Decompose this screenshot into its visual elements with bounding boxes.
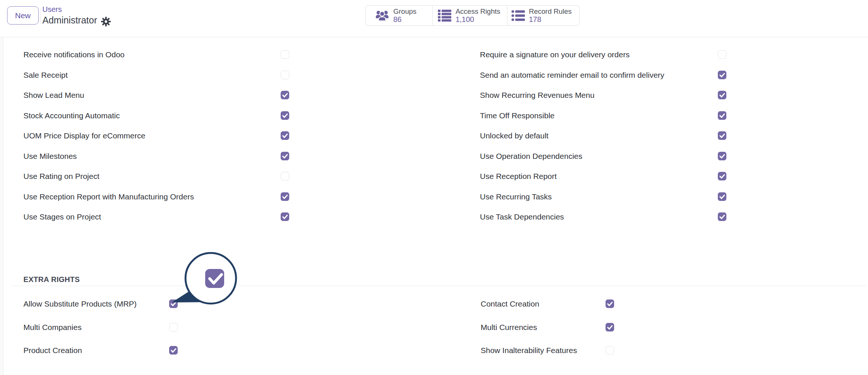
setting-label: Use Operation Dependencies xyxy=(480,152,583,161)
header-divider xyxy=(40,8,41,24)
settings-row: Unlocked by default xyxy=(0,131,868,140)
settings-row: Send an automatic reminder email to conf… xyxy=(0,71,868,79)
checkbox-checked[interactable] xyxy=(606,299,614,308)
setting-label: Show Inalterability Features xyxy=(481,346,577,355)
checkbox-checked[interactable] xyxy=(718,192,726,201)
stat-button-access-rights[interactable]: Access Rights 1,100 xyxy=(432,6,507,25)
setting-label: Contact Creation xyxy=(481,299,539,308)
setting-label: Use Recurring Tasks xyxy=(480,192,552,201)
stat-value: 178 xyxy=(529,15,572,23)
section-title-extra-rights: EXTRA RIGHTS xyxy=(23,275,80,284)
checkbox-unchecked[interactable] xyxy=(606,346,614,355)
settings-row: Use Operation Dependencies xyxy=(0,152,868,160)
stat-value: 86 xyxy=(393,15,416,23)
new-button[interactable]: New xyxy=(7,6,39,25)
checkbox-checked[interactable] xyxy=(718,111,726,120)
setting-label: Use Reception Report xyxy=(480,172,557,181)
stat-button-groups[interactable]: Groups 86 xyxy=(366,6,432,25)
settings-row: Use Task Dependencies xyxy=(0,212,868,221)
users-form-page: New Users Administrator xyxy=(0,0,868,375)
stat-label: Access Rights xyxy=(455,7,500,15)
checkbox-checked[interactable] xyxy=(718,91,726,99)
callout-pointer xyxy=(172,279,214,302)
settings-row: Multi Currencies xyxy=(0,323,868,331)
breadcrumb-users[interactable]: Users xyxy=(42,5,62,14)
stat-button-group: Groups 86 xyxy=(365,5,580,26)
section-divider xyxy=(11,286,866,286)
settings-row: Use Reception Report xyxy=(0,172,868,180)
setting-label: Require a signature on your delivery ord… xyxy=(480,50,630,59)
setting-label: Unlocked by default xyxy=(480,131,548,140)
list-squares-icon xyxy=(438,9,452,22)
stat-label: Groups xyxy=(393,7,416,15)
checkbox-unchecked[interactable] xyxy=(718,50,726,59)
checkbox-checked[interactable] xyxy=(718,172,726,180)
setting-label: Send an automatic reminder email to conf… xyxy=(480,71,664,80)
settings-row: Use Recurring Tasks xyxy=(0,192,868,201)
list-dots-icon xyxy=(511,9,525,22)
checkbox-checked[interactable] xyxy=(718,212,726,221)
setting-label: Show Recurring Revenues Menu xyxy=(480,91,594,100)
checked-checkbox-magnified-icon xyxy=(205,269,224,288)
checkbox-checked[interactable] xyxy=(606,323,614,331)
settings-row: Show Recurring Revenues Menu xyxy=(0,91,868,99)
stat-label: Record Rules xyxy=(529,7,572,15)
callout-circle xyxy=(185,253,236,304)
setting-label: Use Task Dependencies xyxy=(480,212,564,221)
checkbox-checked[interactable] xyxy=(718,71,726,79)
stat-value: 1,100 xyxy=(455,15,500,23)
form-status-bar: New Users Administrator xyxy=(0,0,868,37)
checkbox-checked[interactable] xyxy=(718,131,726,140)
users-icon xyxy=(375,9,390,22)
record-title-administrator: Administrator xyxy=(42,15,97,26)
settings-row: Show Inalterability Features xyxy=(0,346,868,355)
setting-label: Multi Currencies xyxy=(481,323,537,332)
settings-row: Contact Creation xyxy=(0,299,868,308)
checkbox-checked[interactable] xyxy=(718,152,726,160)
setting-label: Time Off Responsible xyxy=(480,111,555,120)
settings-row: Time Off Responsible xyxy=(0,111,868,120)
stat-button-record-rules[interactable]: Record Rules 178 xyxy=(507,6,579,25)
settings-row: Require a signature on your delivery ord… xyxy=(0,50,868,59)
gear-icon[interactable] xyxy=(101,17,111,26)
